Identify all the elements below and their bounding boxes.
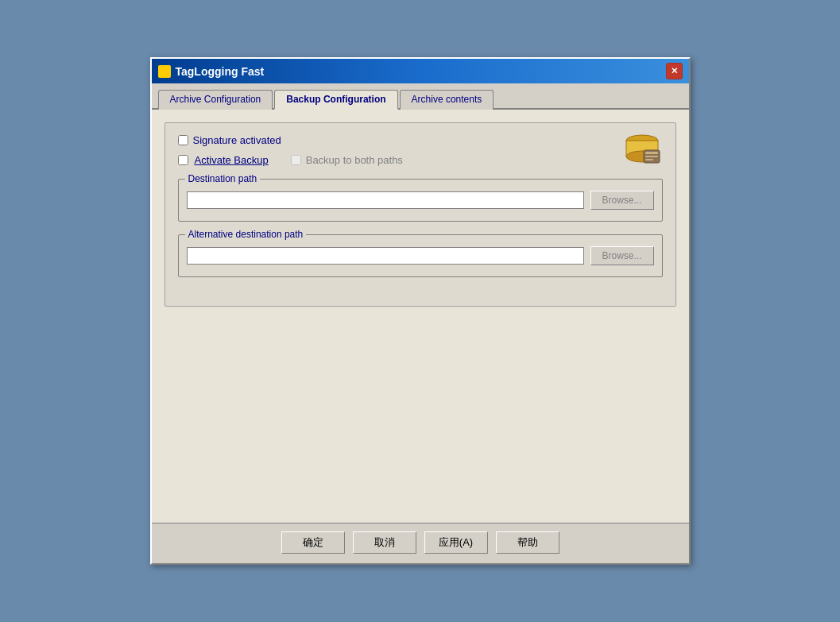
backup-both-label: Backup to both paths [306,154,403,166]
title-bar: TagLogging Fast ✕ [152,59,689,83]
alt-browse-button[interactable]: Browse... [590,246,654,265]
main-panel: Signature activated Activate Backup Back… [165,122,676,307]
destination-browse-button[interactable]: Browse... [590,191,654,210]
svg-rect-6 [645,159,653,160]
tab-archive-configuration[interactable]: Archive Configuration [158,90,273,110]
signature-label[interactable]: Signature activated [193,134,281,146]
alt-destination-field-row: Browse... [187,246,654,265]
destination-field-row: Browse... [187,191,654,210]
tab-archive-contents[interactable]: Archive contents [400,90,494,110]
backup-both-checkbox[interactable] [291,155,301,165]
main-window: TagLogging Fast ✕ Archive Configuration … [150,57,691,565]
app-icon [158,65,171,78]
window-title: TagLogging Fast [176,65,265,78]
help-button[interactable]: 帮助 [496,531,559,554]
svg-rect-5 [645,156,658,157]
destination-path-input[interactable] [187,191,584,209]
signature-row: Signature activated [178,134,663,146]
backup-both-row: Backup to both paths [291,154,403,166]
signature-checkbox[interactable] [178,135,188,145]
alt-destination-input[interactable] [187,247,584,265]
tab-backup-configuration[interactable]: Backup Configuration [274,90,397,110]
bottom-bar: 确定 取消 应用(A) 帮助 [152,523,689,563]
ok-button[interactable]: 确定 [281,531,345,554]
alt-destination-group: Alternative destination path Browse... [178,234,663,277]
title-bar-text: TagLogging Fast [158,65,265,78]
svg-rect-4 [645,152,658,154]
activate-backup-row: Activate Backup Backup to both paths [178,154,663,166]
content-area: Signature activated Activate Backup Back… [152,110,689,523]
apply-button[interactable]: 应用(A) [424,531,488,554]
database-icon [621,133,663,171]
activate-backup-checkbox[interactable] [178,155,188,165]
alt-destination-legend: Alternative destination path [185,229,307,240]
icon-area [621,133,663,173]
activate-backup-label[interactable]: Activate Backup [195,154,269,166]
destination-path-legend: Destination path [185,173,261,184]
close-button[interactable]: ✕ [666,63,683,79]
tab-bar: Archive Configuration Backup Configurati… [152,83,689,110]
destination-path-group: Destination path Browse... [178,179,663,222]
cancel-button[interactable]: 取消 [353,531,416,554]
